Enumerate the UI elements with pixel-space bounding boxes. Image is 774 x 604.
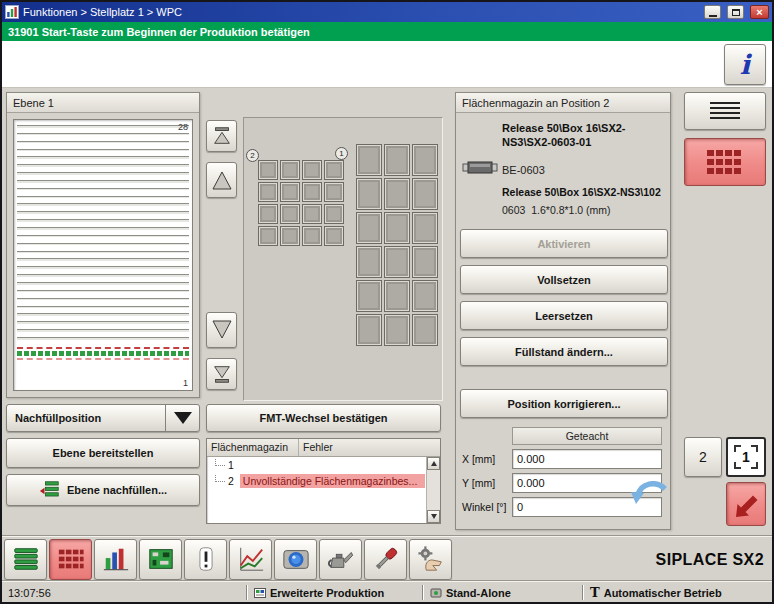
magazine-slot[interactable] (356, 280, 382, 312)
component-path-1: Release 50\Box 16\SX2-NS3\SX2-0603-01 (502, 121, 650, 149)
main-toolbar: SIPLACE SX2 (2, 536, 772, 581)
triangle-top-icon (211, 124, 233, 148)
table-row[interactable]: 1 (207, 457, 440, 473)
triangle-down-icon (210, 317, 234, 343)
x-value-field[interactable]: 0.000 (512, 449, 662, 469)
statistics-button[interactable] (94, 539, 137, 580)
scroll-up-button[interactable] (206, 162, 237, 198)
magazine-slot[interactable] (324, 160, 344, 180)
station-2-button[interactable]: 2 (684, 437, 722, 477)
magazine-slot[interactable] (280, 160, 300, 180)
magazine-slot[interactable] (356, 246, 382, 278)
t-mode-icon: T (590, 585, 600, 600)
magazine-slot[interactable] (280, 204, 300, 224)
magazine-slot[interactable] (384, 212, 410, 244)
level-panel: Ebene 1 28 1 (6, 92, 200, 398)
component-name: BE-0603 (502, 164, 545, 176)
magazine-slot[interactable] (280, 226, 300, 246)
table-scrollbar[interactable] (426, 457, 440, 523)
magazine-grid-icon (705, 147, 745, 177)
tree-branch-icon (215, 459, 225, 466)
scroll-down-button[interactable] (206, 312, 237, 348)
magazine-slot[interactable] (412, 212, 438, 244)
magazine-slot[interactable] (302, 160, 322, 180)
magazine-slot[interactable] (302, 226, 322, 246)
magazine-slot[interactable] (258, 204, 278, 224)
magazine-slot[interactable] (258, 226, 278, 246)
activate-button[interactable]: Aktivieren (460, 229, 668, 258)
magazine-slot[interactable] (384, 178, 410, 210)
magazine-grid-area: 2 1 (243, 117, 443, 401)
magazine-slot[interactable] (280, 182, 300, 202)
view-magazine-button[interactable] (684, 138, 766, 186)
production-mode-status: Erweiterte Produktion (254, 582, 384, 603)
vision-button[interactable] (274, 539, 317, 580)
set-full-button[interactable]: Vollsetzen (460, 265, 668, 294)
set-empty-button[interactable]: Leersetzen (460, 301, 668, 330)
refill-level-button[interactable]: Ebene nachfüllen... (6, 474, 200, 506)
magazine-slot[interactable] (384, 144, 410, 176)
tray-marker-pink (17, 358, 189, 360)
refill-position-dropdown[interactable]: Nachfüllposition (6, 404, 200, 432)
fmt-confirm-button[interactable]: FMT-Wechsel bestätigen (206, 404, 441, 432)
confirm-arrow-button[interactable] (726, 482, 766, 526)
magazine-slot[interactable] (324, 226, 344, 246)
station-1-button[interactable]: 1 (726, 437, 766, 477)
info-button[interactable]: i (724, 44, 766, 85)
dropdown-arrow (165, 405, 199, 431)
tray-slot-list[interactable]: 28 1 (13, 119, 193, 391)
title-bar: Funktionen > Stellplatz 1 > WPC × (2, 2, 772, 22)
station-1-focus-frame: 1 (734, 445, 758, 469)
magazine-slot[interactable] (412, 246, 438, 278)
change-fill-level-button[interactable]: Füllstand ändern... (460, 337, 668, 366)
magazine-slot[interactable] (412, 144, 438, 176)
scrollbar-down-button[interactable] (427, 510, 440, 523)
level-panel-title: Ebene 1 (7, 93, 199, 113)
magazine-slot[interactable] (302, 182, 322, 202)
chevron-down-icon (174, 412, 192, 424)
warning-icon (192, 545, 220, 573)
scrollbar-up-button[interactable] (427, 457, 440, 470)
table-row[interactable]: 2 Unvollständige Flächenmagazinbes... (207, 473, 440, 489)
magazine-slot[interactable] (302, 204, 322, 224)
view-list-button[interactable] (684, 92, 766, 130)
pcb-button[interactable] (139, 539, 182, 580)
maximize-button[interactable] (727, 5, 744, 19)
correct-position-button[interactable]: Position korrigieren... (460, 389, 668, 418)
production-mode-label: Erweiterte Produktion (270, 587, 384, 599)
magazine-slot[interactable] (356, 212, 382, 244)
magazine-slot[interactable] (324, 182, 344, 202)
refill-position-label: Nachfüllposition (15, 412, 101, 424)
magazine-slot[interactable] (356, 314, 382, 346)
trend-button[interactable] (229, 539, 272, 580)
magazine-slot[interactable] (258, 160, 278, 180)
messages-button[interactable] (184, 539, 227, 580)
scroll-to-top-button[interactable] (206, 120, 237, 152)
maintenance-button[interactable] (319, 539, 362, 580)
magazine-button[interactable] (49, 539, 92, 580)
provide-level-button[interactable]: Ebene bereitstellen (6, 438, 200, 468)
trays-button[interactable] (4, 539, 47, 580)
minimize-button[interactable] (704, 5, 721, 19)
connection-mode-label: Stand-Alone (446, 587, 511, 599)
setup-button[interactable] (409, 539, 452, 580)
magazine-position-panel: Flächenmagazin an Position 2 Release 50\… (455, 92, 671, 530)
magazine-slot[interactable] (412, 314, 438, 346)
operation-mode-label: Automatischer Betrieb (604, 587, 722, 599)
magazine-slot[interactable] (384, 280, 410, 312)
magazine-slot[interactable] (324, 204, 344, 224)
screwdriver-icon (372, 545, 400, 573)
application-window: Funktionen > Stellplatz 1 > WPC × 31901 … (0, 0, 774, 604)
undo-arrow-icon (630, 481, 668, 509)
magazine-slot[interactable] (384, 246, 410, 278)
scroll-to-bottom-button[interactable] (206, 358, 237, 390)
close-button[interactable]: × (750, 5, 769, 19)
magazine-slot[interactable] (356, 178, 382, 210)
magazine-slot[interactable] (412, 178, 438, 210)
repair-button[interactable] (364, 539, 407, 580)
undo-arrow-button[interactable] (630, 481, 668, 509)
magazine-slot[interactable] (412, 280, 438, 312)
magazine-slot[interactable] (258, 182, 278, 202)
magazine-slot[interactable] (356, 144, 382, 176)
magazine-slot[interactable] (384, 314, 410, 346)
